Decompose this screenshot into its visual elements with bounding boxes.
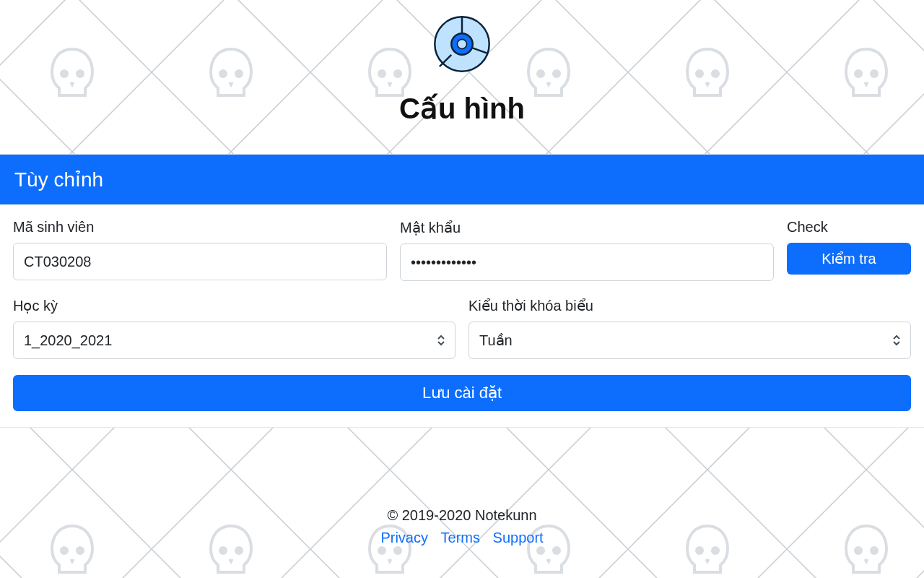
field-check: Check Kiểm tra	[787, 219, 911, 281]
student-id-input[interactable]	[13, 243, 387, 280]
schedule-type-label: Kiểu thời khóa biểu	[468, 297, 911, 314]
svg-point-2	[457, 39, 466, 48]
semester-label: Học kỳ	[13, 297, 456, 314]
footer-links: Privacy Terms Support	[0, 530, 924, 546]
check-label: Check	[787, 219, 911, 236]
password-input[interactable]	[400, 243, 774, 281]
page-title: Cấu hình	[0, 92, 924, 125]
copyright-text: © 2019-2020 Notekunn	[0, 507, 924, 524]
field-schedule-type: Kiểu thời khóa biểu Tuần	[468, 297, 911, 359]
row-credentials: Mã sinh viên Mật khẩu Check Kiểm tra	[13, 219, 911, 281]
check-button[interactable]: Kiểm tra	[787, 243, 911, 275]
card-header-title: Tùy chỉnh	[0, 155, 924, 204]
footer-link-support[interactable]: Support	[493, 530, 544, 545]
settings-card: Tùy chỉnh Mã sinh viên Mật khẩu Check Ki…	[0, 154, 924, 428]
password-label: Mật khẩu	[400, 219, 774, 236]
footer: © 2019-2020 Notekunn Privacy Terms Suppo…	[0, 507, 924, 546]
save-button[interactable]: Lưu cài đặt	[13, 375, 911, 411]
field-student-id: Mã sinh viên	[13, 219, 387, 281]
app-logo-icon	[432, 14, 492, 74]
row-schedule: Học kỳ 1_2020_2021 Kiểu thời khóa biểu T…	[13, 297, 911, 359]
header: Cấu hình	[0, 0, 924, 154]
field-semester: Học kỳ 1_2020_2021	[13, 297, 456, 359]
student-id-label: Mã sinh viên	[13, 219, 387, 236]
card-body: Mã sinh viên Mật khẩu Check Kiểm tra Học…	[0, 204, 924, 427]
semester-select[interactable]: 1_2020_2021	[13, 322, 456, 359]
field-password: Mật khẩu	[400, 219, 774, 281]
footer-link-privacy[interactable]: Privacy	[380, 530, 428, 545]
footer-link-terms[interactable]: Terms	[441, 530, 480, 545]
schedule-type-select[interactable]: Tuần	[468, 322, 911, 359]
